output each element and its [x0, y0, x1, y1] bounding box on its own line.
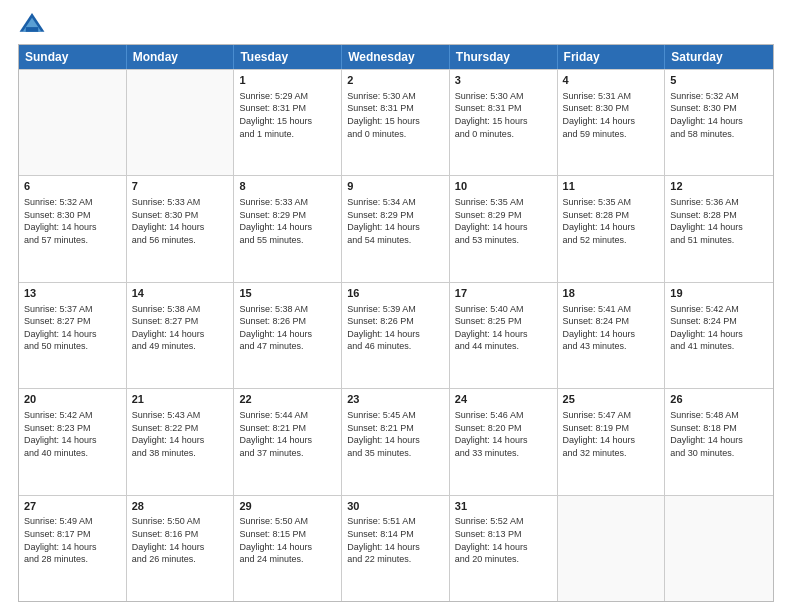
- calendar-day-16: 16Sunrise: 5:39 AM Sunset: 8:26 PM Dayli…: [342, 283, 450, 388]
- day-number: 25: [563, 392, 660, 407]
- day-info: Sunrise: 5:46 AM Sunset: 8:20 PM Dayligh…: [455, 409, 552, 459]
- calendar-day-28: 28Sunrise: 5:50 AM Sunset: 8:16 PM Dayli…: [127, 496, 235, 601]
- day-info: Sunrise: 5:43 AM Sunset: 8:22 PM Dayligh…: [132, 409, 229, 459]
- day-info: Sunrise: 5:47 AM Sunset: 8:19 PM Dayligh…: [563, 409, 660, 459]
- calendar-empty-cell: [19, 70, 127, 175]
- calendar-week-2: 6Sunrise: 5:32 AM Sunset: 8:30 PM Daylig…: [19, 175, 773, 281]
- day-number: 13: [24, 286, 121, 301]
- day-number: 27: [24, 499, 121, 514]
- calendar-day-7: 7Sunrise: 5:33 AM Sunset: 8:30 PM Daylig…: [127, 176, 235, 281]
- day-number: 26: [670, 392, 768, 407]
- page: SundayMondayTuesdayWednesdayThursdayFrid…: [0, 0, 792, 612]
- day-info: Sunrise: 5:42 AM Sunset: 8:23 PM Dayligh…: [24, 409, 121, 459]
- header-day-sunday: Sunday: [19, 45, 127, 69]
- day-number: 14: [132, 286, 229, 301]
- calendar-empty-cell: [127, 70, 235, 175]
- day-number: 4: [563, 73, 660, 88]
- calendar: SundayMondayTuesdayWednesdayThursdayFrid…: [18, 44, 774, 602]
- calendar-week-1: 1Sunrise: 5:29 AM Sunset: 8:31 PM Daylig…: [19, 69, 773, 175]
- day-number: 23: [347, 392, 444, 407]
- calendar-day-23: 23Sunrise: 5:45 AM Sunset: 8:21 PM Dayli…: [342, 389, 450, 494]
- day-number: 16: [347, 286, 444, 301]
- day-number: 15: [239, 286, 336, 301]
- day-info: Sunrise: 5:49 AM Sunset: 8:17 PM Dayligh…: [24, 515, 121, 565]
- day-info: Sunrise: 5:29 AM Sunset: 8:31 PM Dayligh…: [239, 90, 336, 140]
- day-number: 29: [239, 499, 336, 514]
- calendar-day-21: 21Sunrise: 5:43 AM Sunset: 8:22 PM Dayli…: [127, 389, 235, 494]
- day-info: Sunrise: 5:30 AM Sunset: 8:31 PM Dayligh…: [347, 90, 444, 140]
- day-info: Sunrise: 5:41 AM Sunset: 8:24 PM Dayligh…: [563, 303, 660, 353]
- day-info: Sunrise: 5:33 AM Sunset: 8:29 PM Dayligh…: [239, 196, 336, 246]
- calendar-week-5: 27Sunrise: 5:49 AM Sunset: 8:17 PM Dayli…: [19, 495, 773, 601]
- calendar-week-4: 20Sunrise: 5:42 AM Sunset: 8:23 PM Dayli…: [19, 388, 773, 494]
- logo: [18, 10, 50, 38]
- day-number: 7: [132, 179, 229, 194]
- calendar-day-8: 8Sunrise: 5:33 AM Sunset: 8:29 PM Daylig…: [234, 176, 342, 281]
- calendar-day-13: 13Sunrise: 5:37 AM Sunset: 8:27 PM Dayli…: [19, 283, 127, 388]
- day-number: 24: [455, 392, 552, 407]
- calendar-day-19: 19Sunrise: 5:42 AM Sunset: 8:24 PM Dayli…: [665, 283, 773, 388]
- day-info: Sunrise: 5:31 AM Sunset: 8:30 PM Dayligh…: [563, 90, 660, 140]
- calendar-day-30: 30Sunrise: 5:51 AM Sunset: 8:14 PM Dayli…: [342, 496, 450, 601]
- day-number: 22: [239, 392, 336, 407]
- calendar-day-2: 2Sunrise: 5:30 AM Sunset: 8:31 PM Daylig…: [342, 70, 450, 175]
- day-info: Sunrise: 5:35 AM Sunset: 8:29 PM Dayligh…: [455, 196, 552, 246]
- day-info: Sunrise: 5:45 AM Sunset: 8:21 PM Dayligh…: [347, 409, 444, 459]
- day-info: Sunrise: 5:33 AM Sunset: 8:30 PM Dayligh…: [132, 196, 229, 246]
- day-info: Sunrise: 5:37 AM Sunset: 8:27 PM Dayligh…: [24, 303, 121, 353]
- calendar-day-9: 9Sunrise: 5:34 AM Sunset: 8:29 PM Daylig…: [342, 176, 450, 281]
- day-number: 6: [24, 179, 121, 194]
- calendar-day-6: 6Sunrise: 5:32 AM Sunset: 8:30 PM Daylig…: [19, 176, 127, 281]
- calendar-day-29: 29Sunrise: 5:50 AM Sunset: 8:15 PM Dayli…: [234, 496, 342, 601]
- day-info: Sunrise: 5:44 AM Sunset: 8:21 PM Dayligh…: [239, 409, 336, 459]
- calendar-day-5: 5Sunrise: 5:32 AM Sunset: 8:30 PM Daylig…: [665, 70, 773, 175]
- calendar-day-25: 25Sunrise: 5:47 AM Sunset: 8:19 PM Dayli…: [558, 389, 666, 494]
- header-day-monday: Monday: [127, 45, 235, 69]
- day-info: Sunrise: 5:32 AM Sunset: 8:30 PM Dayligh…: [670, 90, 768, 140]
- day-number: 5: [670, 73, 768, 88]
- calendar-week-3: 13Sunrise: 5:37 AM Sunset: 8:27 PM Dayli…: [19, 282, 773, 388]
- day-number: 31: [455, 499, 552, 514]
- day-info: Sunrise: 5:51 AM Sunset: 8:14 PM Dayligh…: [347, 515, 444, 565]
- day-info: Sunrise: 5:34 AM Sunset: 8:29 PM Dayligh…: [347, 196, 444, 246]
- day-info: Sunrise: 5:38 AM Sunset: 8:26 PM Dayligh…: [239, 303, 336, 353]
- calendar-day-26: 26Sunrise: 5:48 AM Sunset: 8:18 PM Dayli…: [665, 389, 773, 494]
- day-number: 21: [132, 392, 229, 407]
- header: [18, 10, 774, 38]
- day-number: 30: [347, 499, 444, 514]
- calendar-empty-cell: [558, 496, 666, 601]
- calendar-day-14: 14Sunrise: 5:38 AM Sunset: 8:27 PM Dayli…: [127, 283, 235, 388]
- calendar-day-3: 3Sunrise: 5:30 AM Sunset: 8:31 PM Daylig…: [450, 70, 558, 175]
- calendar-day-10: 10Sunrise: 5:35 AM Sunset: 8:29 PM Dayli…: [450, 176, 558, 281]
- day-info: Sunrise: 5:38 AM Sunset: 8:27 PM Dayligh…: [132, 303, 229, 353]
- day-info: Sunrise: 5:39 AM Sunset: 8:26 PM Dayligh…: [347, 303, 444, 353]
- calendar-day-11: 11Sunrise: 5:35 AM Sunset: 8:28 PM Dayli…: [558, 176, 666, 281]
- day-number: 1: [239, 73, 336, 88]
- day-info: Sunrise: 5:48 AM Sunset: 8:18 PM Dayligh…: [670, 409, 768, 459]
- day-info: Sunrise: 5:42 AM Sunset: 8:24 PM Dayligh…: [670, 303, 768, 353]
- calendar-day-27: 27Sunrise: 5:49 AM Sunset: 8:17 PM Dayli…: [19, 496, 127, 601]
- calendar-body: 1Sunrise: 5:29 AM Sunset: 8:31 PM Daylig…: [19, 69, 773, 601]
- day-number: 10: [455, 179, 552, 194]
- calendar-day-15: 15Sunrise: 5:38 AM Sunset: 8:26 PM Dayli…: [234, 283, 342, 388]
- header-day-wednesday: Wednesday: [342, 45, 450, 69]
- calendar-day-31: 31Sunrise: 5:52 AM Sunset: 8:13 PM Dayli…: [450, 496, 558, 601]
- calendar-day-24: 24Sunrise: 5:46 AM Sunset: 8:20 PM Dayli…: [450, 389, 558, 494]
- day-number: 19: [670, 286, 768, 301]
- calendar-day-22: 22Sunrise: 5:44 AM Sunset: 8:21 PM Dayli…: [234, 389, 342, 494]
- calendar-empty-cell: [665, 496, 773, 601]
- calendar-header: SundayMondayTuesdayWednesdayThursdayFrid…: [19, 45, 773, 69]
- day-number: 9: [347, 179, 444, 194]
- day-info: Sunrise: 5:40 AM Sunset: 8:25 PM Dayligh…: [455, 303, 552, 353]
- day-info: Sunrise: 5:35 AM Sunset: 8:28 PM Dayligh…: [563, 196, 660, 246]
- day-info: Sunrise: 5:36 AM Sunset: 8:28 PM Dayligh…: [670, 196, 768, 246]
- header-day-thursday: Thursday: [450, 45, 558, 69]
- header-day-tuesday: Tuesday: [234, 45, 342, 69]
- day-number: 20: [24, 392, 121, 407]
- day-number: 28: [132, 499, 229, 514]
- day-number: 12: [670, 179, 768, 194]
- calendar-day-20: 20Sunrise: 5:42 AM Sunset: 8:23 PM Dayli…: [19, 389, 127, 494]
- day-number: 2: [347, 73, 444, 88]
- logo-icon: [18, 10, 46, 38]
- day-info: Sunrise: 5:52 AM Sunset: 8:13 PM Dayligh…: [455, 515, 552, 565]
